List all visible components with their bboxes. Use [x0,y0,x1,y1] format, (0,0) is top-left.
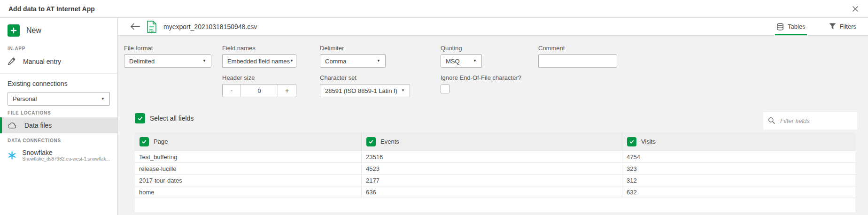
cell-visits: 632 [622,186,855,198]
delimiter-select[interactable]: Comma ▼ [320,54,386,68]
comment-group: Comment [538,45,617,68]
comment-input[interactable] [538,54,617,68]
back-button[interactable] [130,23,140,30]
select-all-checkbox[interactable] [135,113,145,123]
chevron-down-icon: ▼ [202,59,206,63]
file-format-value: Delimited [129,58,155,65]
header-size-stepper: - 0 + [222,84,296,97]
snowflake-subtitle: Snowflake_ds87982.eu-west-1.snowflak... [22,156,110,161]
dialog-title: Add data to AT Internet App [8,5,95,13]
table-row: 2017-tour-dates 2177 312 [135,175,855,186]
ignore-eof-group: Ignore End-Of-File character? [441,74,521,93]
tab-filters[interactable]: Filters [828,18,858,35]
snowflake-title: Snowflake [22,149,110,156]
select-all-label: Select all fields [150,115,194,122]
section-data-connections: DATA CONNECTIONS [8,138,110,143]
cell-page: release-lucille [135,163,362,174]
cell-visits: 4754 [622,151,855,162]
character-set-group: Character set 28591 (ISO 8859-1 Latin I)… [320,74,410,97]
search-icon [768,117,775,124]
chevron-down-icon: ▼ [377,59,380,63]
character-set-value: 28591 (ISO 8859-1 Latin I) [325,87,397,94]
column-label: Events [380,138,399,145]
new-connection-button[interactable]: New [0,18,117,41]
table-row: release-lucille 4523 323 [135,163,855,175]
section-file-locations: FILE LOCATIONS [8,110,110,115]
quoting-select[interactable]: MSQ ▼ [441,54,482,68]
dialog-titlebar: Add data to AT Internet App [0,0,868,18]
quoting-group: Quoting MSQ ▼ [441,45,482,68]
csv-file-icon: .CSV [147,21,156,33]
select-all-fields: Select all fields [135,113,194,123]
cell-page: home [135,186,362,198]
filter-fields-box [763,112,857,130]
cell-visits: 323 [622,163,855,174]
back-arrow-icon [130,23,140,30]
new-label: New [26,26,41,35]
events-column-checkbox[interactable] [366,137,376,146]
column-header-events: Events [362,132,622,151]
file-format-select[interactable]: Delimited ▼ [124,54,211,68]
sidebar-item-manual-entry[interactable]: Manual entry [0,53,117,69]
cell-events: 23516 [362,151,622,162]
file-format-label: File format [124,45,211,52]
field-names-label: Field names [222,45,296,52]
table-row: home 636 632 [135,186,855,198]
visits-column-checkbox[interactable] [627,137,636,146]
field-names-select[interactable]: Embedded field names ▼ [222,54,296,68]
sidebar: New IN-APP Manual entry Existing connect… [0,18,118,215]
table-header-row: Page Events Visits [135,132,855,151]
quoting-value: MSQ [446,58,460,65]
tables-icon [776,23,784,31]
file-header: .CSV myexport_20210318150948.csv Tables [118,18,868,36]
manual-entry-label: Manual entry [23,58,61,65]
ignore-eof-label: Ignore End-Of-File character? [441,74,521,81]
stepper-plus-button[interactable]: + [278,84,296,97]
cell-events: 4523 [362,163,622,174]
snowflake-icon [8,150,16,161]
cell-visits: 312 [622,175,855,186]
delimiter-value: Comma [325,58,347,65]
svg-text:.CSV: .CSV [148,30,154,32]
close-button[interactable] [851,5,860,13]
header-size-value[interactable]: 0 [240,84,278,97]
cell-page: Test_buffering [135,151,362,162]
fields-table: Page Events Visits Test_buffering [135,132,855,212]
sidebar-item-data-files[interactable]: Data files [0,117,117,133]
field-names-group: Field names Embedded field names ▼ [222,45,296,68]
cell-events: 636 [362,186,622,198]
ignore-eof-checkbox[interactable] [441,84,450,93]
file-name: myexport_20210318150948.csv [163,23,257,31]
view-tabs: Tables Filters [754,18,858,35]
column-label: Visits [641,138,656,145]
filters-icon [829,23,836,30]
section-in-app: IN-APP [8,46,110,51]
pencil-icon [8,57,16,65]
chevron-down-icon: ▼ [101,97,105,101]
close-icon [852,6,859,12]
connection-space-select[interactable]: Personal ▼ [8,92,110,106]
file-format-group: File format Delimited ▼ [124,45,211,68]
quoting-label: Quoting [441,45,482,52]
tab-tables[interactable]: Tables [775,18,807,35]
chevron-down-icon: ▼ [401,89,405,92]
sidebar-item-snowflake[interactable]: Snowflake Snowflake_ds87982.eu-west-1.sn… [0,145,117,165]
character-set-label: Character set [320,74,410,81]
header-size-label: Header size [222,74,296,81]
chevron-down-icon: ▼ [473,59,477,63]
column-header-visits: Visits [622,132,855,151]
stepper-minus-button[interactable]: - [223,84,240,97]
main-panel: .CSV myexport_20210318150948.csv Tables [118,18,868,215]
tab-tables-label: Tables [788,23,806,30]
delimiter-group: Delimiter Comma ▼ [320,45,386,68]
column-header-page: Page [135,132,362,151]
page-column-checkbox[interactable] [140,137,149,146]
delimiter-label: Delimiter [320,45,386,52]
comment-label: Comment [538,45,617,52]
filter-fields-input[interactable] [763,112,857,130]
character-set-select[interactable]: 28591 (ISO 8859-1 Latin I) ▼ [320,84,410,97]
cloud-icon [8,122,17,129]
header-size-group: Header size - 0 + [222,74,296,97]
cell-events: 2177 [362,175,622,186]
snowflake-text: Snowflake Snowflake_ds87982.eu-west-1.sn… [22,149,110,161]
